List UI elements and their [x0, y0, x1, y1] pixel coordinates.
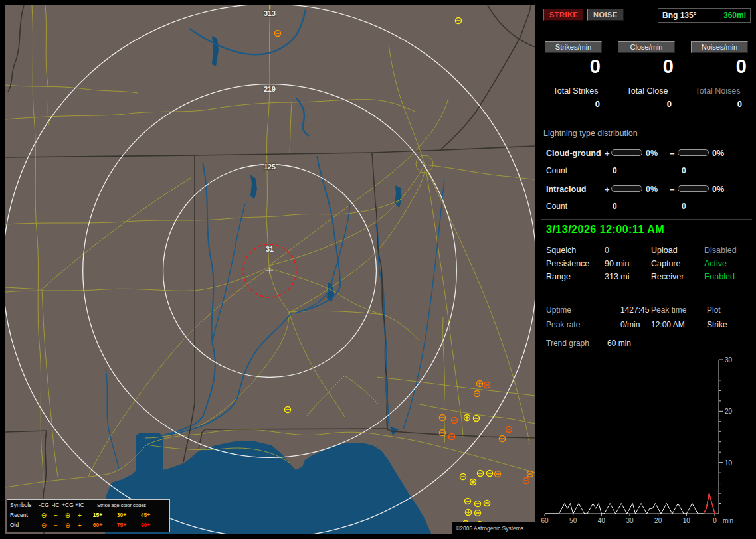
- strikes-per-min-value: 0: [545, 56, 601, 78]
- plus-sign: +: [605, 149, 610, 159]
- total-strikes-value: 0: [541, 99, 611, 109]
- ic-minus-count: 0: [682, 202, 686, 211]
- receiver-value: Enabled: [704, 272, 735, 281]
- uptime-value: 1427:45: [620, 305, 649, 315]
- ic-minus-bar: [678, 185, 709, 192]
- trend-window-value: 60 min: [607, 339, 631, 348]
- stormvue-window: 313 219 125 31 Symbols -CG -IC +CG +IC S…: [0, 0, 756, 539]
- cg-minus-count: 0: [682, 166, 686, 175]
- copyright-label: ©2005 Astrogenic Systems: [452, 522, 535, 534]
- peak-time-label: Peak time: [651, 305, 686, 315]
- svg-text:10: 10: [725, 459, 733, 467]
- legend-col-pos-cg: +CG: [62, 502, 74, 508]
- ic-minus-pct: 0%: [712, 185, 724, 194]
- svg-text:20: 20: [654, 517, 662, 524]
- capture-value: Active: [704, 259, 727, 268]
- uptime-label: Uptime: [546, 305, 571, 315]
- range-label: Range: [546, 272, 571, 281]
- noise-mode-button[interactable]: NOISE: [587, 9, 624, 21]
- plot-value: Strike: [707, 320, 727, 329]
- map-canvas: 313 219 125 31: [5, 5, 535, 534]
- settings-row-2: Persistence 90 min Capture Active: [541, 259, 752, 271]
- total-close-label: Total Close: [613, 86, 682, 96]
- svg-text:60: 60: [541, 517, 549, 524]
- settings-row-3: Range 313 mi Receiver Enabled: [541, 272, 752, 284]
- svg-text:30: 30: [626, 517, 634, 524]
- close-per-min-header[interactable]: Close/min: [618, 41, 675, 53]
- trend-axis-labels: 1020306050403020100min: [541, 356, 733, 524]
- ic-plus-count: 0: [613, 202, 617, 211]
- svg-text:0: 0: [713, 517, 717, 524]
- upload-value: Disabled: [704, 246, 737, 255]
- plot-label: Plot: [707, 305, 721, 315]
- status-panel: STRIKE NOISE Bng 135° 360mi Strikes/min …: [541, 5, 752, 534]
- circle-plus-icon: ⊕: [62, 522, 74, 529]
- age-code-15: 15+: [86, 512, 110, 518]
- age-code-60: 60+: [86, 522, 110, 528]
- peak-rate-value: 0/min: [620, 320, 640, 329]
- plus-icon: +: [74, 522, 86, 529]
- ring-label-31: 31: [266, 245, 274, 253]
- upload-label: Upload: [651, 246, 678, 255]
- bearing-readout: Bng 135° 360mi: [658, 8, 751, 23]
- strikes-per-min-header[interactable]: Strikes/min: [545, 41, 602, 53]
- cloud-ground-label: Cloud-ground: [546, 149, 601, 158]
- intracloud-label: Intracloud: [546, 185, 586, 194]
- map-legend: Symbols -CG -IC +CG +IC Strike age color…: [7, 499, 170, 532]
- squelch-label: Squelch: [546, 246, 576, 255]
- age-code-90: 90+: [134, 522, 157, 528]
- cg-plus-pct: 0%: [646, 149, 658, 158]
- persistence-value: 90 min: [605, 259, 630, 268]
- total-strikes-label: Total Strikes: [541, 86, 611, 96]
- ring-label-313: 313: [264, 9, 276, 17]
- legend-symbols-title: Symbols: [9, 502, 38, 508]
- strike-mode-button[interactable]: STRIKE: [543, 9, 584, 21]
- distribution-title: Lightning type distribution: [543, 129, 749, 141]
- trend-graph: 1020306050403020100min: [541, 352, 752, 532]
- circle-minus-icon: ⊖: [38, 522, 50, 529]
- cg-plus-count: 0: [613, 166, 617, 175]
- legend-col-neg-cg: -CG: [38, 502, 50, 508]
- cloud-ground-row: Cloud-ground + 0% − 0%: [546, 149, 749, 159]
- plus-icon: +: [74, 512, 86, 519]
- age-code-45: 45+: [134, 512, 157, 518]
- cg-minus-pct: 0%: [712, 149, 724, 158]
- trend-axes: [545, 360, 719, 514]
- peak-rate-label: Peak rate: [546, 320, 580, 329]
- total-noises-value: 0: [683, 99, 753, 109]
- close-per-min-value: 0: [618, 56, 674, 78]
- count-label: Count: [546, 166, 567, 175]
- bearing-range: 360mi: [723, 11, 746, 20]
- legend-row-recent-label: Recent: [9, 512, 38, 518]
- noises-per-min-value: 0: [691, 56, 747, 78]
- status-row-2: Peak rate 0/min 12:00 AM Strike: [541, 320, 752, 332]
- trend-ticks: [545, 360, 723, 516]
- trend-series: [545, 493, 715, 514]
- range-value: 313 mi: [605, 272, 630, 281]
- cg-plus-bar: [611, 149, 642, 156]
- intracloud-count-row: Count 0 0: [546, 202, 749, 212]
- persistence-label: Persistence: [546, 259, 589, 268]
- receiver-label: Receiver: [651, 272, 684, 281]
- circle-minus-icon: ⊖: [38, 512, 50, 519]
- status-row-1: Uptime 1427:45 Peak time Plot: [541, 305, 752, 317]
- legend-col-pos-ic: +IC: [74, 502, 86, 508]
- ring-label-219: 219: [264, 85, 276, 93]
- peak-time-value: 12:00 AM: [651, 320, 685, 329]
- cloud-ground-count-row: Count 0 0: [546, 166, 749, 176]
- status-row-3: Trend graph 60 min: [541, 339, 752, 350]
- legend-row-old-label: Old: [9, 522, 38, 528]
- svg-text:20: 20: [725, 408, 733, 415]
- datetime-display: 3/13/2026 12:00:11 AM: [546, 224, 664, 236]
- plus-sign: +: [605, 185, 610, 194]
- ic-plus-bar: [611, 185, 642, 192]
- ic-plus-pct: 0%: [646, 185, 658, 194]
- svg-text:10: 10: [683, 517, 691, 524]
- cg-minus-bar: [678, 149, 709, 156]
- age-code-30: 30+: [110, 512, 134, 518]
- noises-per-min-header[interactable]: Noises/min: [691, 41, 748, 53]
- divider: [541, 299, 752, 299]
- total-noises-label: Total Noises: [683, 86, 753, 96]
- bearing-value: Bng 135°: [662, 11, 696, 20]
- map-view[interactable]: 313 219 125 31 Symbols -CG -IC +CG +IC S…: [5, 5, 535, 534]
